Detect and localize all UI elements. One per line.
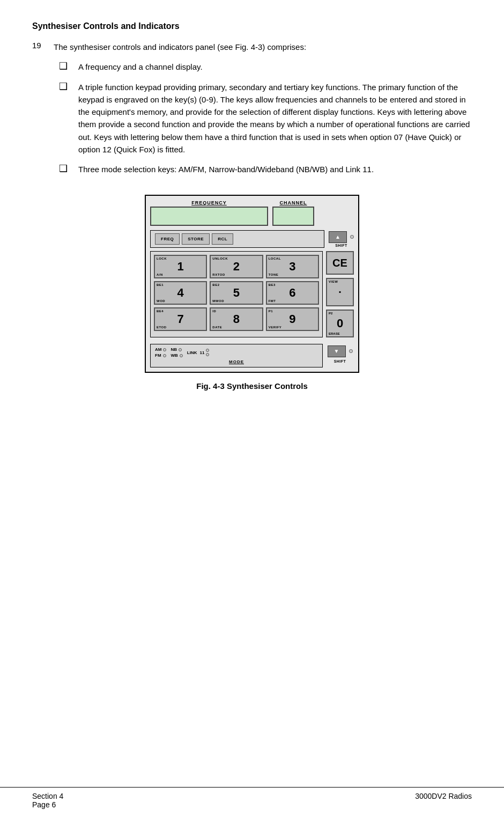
mode-label: MODE — [155, 359, 318, 364]
wb-label: WB — [171, 353, 177, 358]
shift-up-button[interactable]: ▲ — [329, 231, 347, 243]
key-5[interactable]: BE2 5 MWOD — [210, 281, 263, 305]
bullet-1: ❑ A frequency and a channel display. — [59, 61, 472, 73]
key-8[interactable]: ID 8 DATE — [210, 307, 263, 331]
zero-num: 0 — [337, 317, 343, 330]
fm-dot — [163, 354, 166, 357]
wb-dot — [180, 354, 183, 357]
keypad-main: LOCK 1 A/N UNLOCK 2 RXTOD LOCAL 3 TO — [150, 251, 323, 337]
nb-label: NB — [171, 347, 177, 352]
ce-label: CE — [332, 257, 347, 269]
right-key-column: CE VIEW · P2 0 ERASE — [326, 251, 354, 337]
footer-left: Section 4 Page 6 — [32, 792, 63, 809]
display-row: FREQUENCY CHANNEL — [150, 200, 354, 226]
footer: Section 4 Page 6 3000DV2 Radios — [0, 787, 504, 809]
key-7[interactable]: BE4 7 ETOD — [154, 307, 207, 331]
bullet-text-3: Three mode selection keys: AM/FM, Narrow… — [78, 163, 472, 175]
shift-up-area: ▲ SHIFT — [329, 231, 354, 247]
link-dot-1 — [206, 349, 209, 352]
key-row-1: LOCK 1 A/N UNLOCK 2 RXTOD LOCAL 3 TO — [154, 255, 319, 278]
bullet-3: ❑ Three mode selection keys: AM/FM, Narr… — [59, 163, 472, 175]
key-6[interactable]: BE3 6 FMT — [266, 281, 319, 305]
bullet-symbol-3: ❑ — [59, 163, 78, 174]
channel-section: CHANNEL — [272, 200, 314, 226]
channel-display — [272, 207, 314, 226]
frequency-section: FREQUENCY — [150, 200, 268, 226]
mode-inner: AM FM NB — [155, 347, 318, 358]
page: Synthesiser Controls and Indicators 19 T… — [0, 0, 504, 423]
section-title: Synthesiser Controls and Indicators — [32, 21, 472, 31]
fm-item: FM — [155, 353, 166, 358]
footer-right: 3000DV2 Radios — [415, 792, 472, 809]
paragraph-block: 19 The synthesiser controls and indicato… — [32, 41, 472, 53]
wb-item: WB — [171, 353, 182, 358]
zero-key[interactable]: P2 0 ERASE — [326, 310, 354, 338]
dot-symbol: · — [338, 286, 342, 298]
bullet-text-1: A frequency and a channel display. — [78, 61, 472, 73]
link-label: LINK — [187, 350, 197, 355]
am-item: AM — [155, 347, 166, 352]
frequency-display — [150, 207, 268, 226]
shift-down-label: SHIFT — [334, 359, 346, 363]
nb-dot — [179, 348, 182, 351]
link-dot-2 — [206, 353, 209, 356]
shift-up-label: SHIFT — [335, 244, 347, 247]
fm-label: FM — [155, 353, 161, 358]
shift-down-indicator — [349, 349, 353, 353]
rcl-button[interactable]: RCL — [212, 233, 233, 245]
figure: FREQUENCY CHANNEL FREQ STORE RCL ▲ — [32, 195, 472, 391]
footer-page: Page 6 — [32, 800, 63, 809]
key-1[interactable]: LOCK 1 A/N — [154, 255, 207, 278]
paragraph-text: The synthesiser controls and indicators … — [54, 41, 472, 53]
channel-label: CHANNEL — [280, 200, 307, 205]
link-num: 11 — [199, 350, 204, 355]
key-row-3: BE4 7 ETOD ID 8 DATE P1 9 VERIFY — [154, 307, 319, 331]
link-dots — [206, 349, 209, 356]
keypad-section: LOCK 1 A/N UNLOCK 2 RXTOD LOCAL 3 TO — [150, 251, 354, 337]
view-label: VIEW — [329, 280, 338, 283]
store-button[interactable]: STORE — [182, 233, 210, 245]
shift-down-button[interactable]: ▼ — [328, 345, 346, 357]
nb-item: NB — [171, 347, 182, 352]
am-dot — [163, 348, 166, 351]
frequency-label: FREQUENCY — [191, 200, 227, 205]
dot-key[interactable]: VIEW · — [326, 278, 354, 306]
am-label: AM — [155, 347, 161, 352]
nb-wb-group: NB WB — [171, 347, 182, 358]
footer-section: Section 4 — [32, 792, 63, 800]
erase-label: ERASE — [329, 332, 340, 335]
ce-key[interactable]: CE — [326, 251, 354, 275]
shift-down-area: ▼ SHIFT — [326, 341, 354, 367]
key-9[interactable]: P1 9 VERIFY — [266, 307, 319, 331]
key-4[interactable]: BE1 4 WOD — [154, 281, 207, 305]
mode-row: AM FM NB — [150, 344, 323, 367]
figure-caption: Fig. 4-3 Synthesiser Controls — [196, 381, 308, 391]
key-row-2: BE1 4 WOD BE2 5 MWOD BE3 6 FMT — [154, 281, 319, 305]
key-2[interactable]: UNLOCK 2 RXTOD — [210, 255, 263, 278]
top-buttons-group: FREQ STORE RCL — [150, 230, 324, 248]
synthesiser-panel: FREQUENCY CHANNEL FREQ STORE RCL ▲ — [145, 195, 359, 373]
bullet-text-2: A triple function keypad providing prima… — [78, 81, 472, 156]
shift-up-indicator — [350, 235, 354, 239]
paragraph-number: 19 — [32, 41, 54, 50]
freq-button[interactable]: FREQ — [155, 233, 180, 245]
am-fm-group: AM FM — [155, 347, 166, 358]
bullet-symbol-1: ❑ — [59, 60, 78, 72]
mode-section: AM FM NB — [150, 341, 354, 367]
link-group: LINK 11 — [187, 349, 210, 356]
p2-label: P2 — [329, 312, 332, 315]
bullet-2: ❑ A triple function keypad providing pri… — [59, 81, 472, 156]
key-3[interactable]: LOCAL 3 TONE — [266, 255, 319, 278]
top-button-row: FREQ STORE RCL ▲ SHIFT — [150, 230, 354, 248]
bullet-symbol-2: ❑ — [59, 80, 78, 92]
